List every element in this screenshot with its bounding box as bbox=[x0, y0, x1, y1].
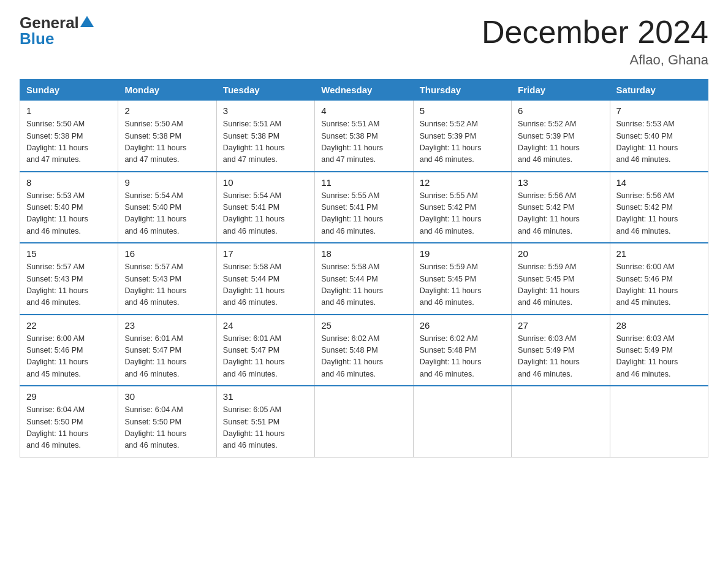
table-row: 10 Sunrise: 5:54 AM Sunset: 5:41 PM Dayl… bbox=[216, 172, 314, 243]
day-number: 25 bbox=[321, 320, 406, 331]
day-number: 7 bbox=[616, 105, 702, 116]
day-info: Sunrise: 5:57 AM Sunset: 5:43 PM Dayligh… bbox=[26, 261, 112, 309]
day-number: 15 bbox=[26, 248, 112, 259]
day-number: 4 bbox=[321, 105, 406, 116]
day-info: Sunrise: 6:01 AM Sunset: 5:47 PM Dayligh… bbox=[223, 333, 308, 381]
table-row: 14 Sunrise: 5:56 AM Sunset: 5:42 PM Dayl… bbox=[610, 172, 708, 243]
day-info: Sunrise: 5:55 AM Sunset: 5:42 PM Dayligh… bbox=[420, 190, 505, 238]
table-row: 24 Sunrise: 6:01 AM Sunset: 5:47 PM Dayl… bbox=[216, 315, 314, 386]
day-number: 20 bbox=[518, 248, 603, 259]
day-number: 26 bbox=[420, 320, 505, 331]
col-sunday: Sunday bbox=[20, 80, 118, 101]
col-saturday: Saturday bbox=[610, 80, 708, 101]
col-thursday: Thursday bbox=[413, 80, 511, 101]
day-number: 22 bbox=[26, 320, 112, 331]
day-number: 2 bbox=[124, 105, 210, 116]
table-row: 20 Sunrise: 5:59 AM Sunset: 5:45 PM Dayl… bbox=[512, 243, 610, 315]
day-number: 18 bbox=[321, 248, 406, 259]
table-row: 31 Sunrise: 6:05 AM Sunset: 5:51 PM Dayl… bbox=[216, 386, 314, 457]
day-info: Sunrise: 6:00 AM Sunset: 5:46 PM Dayligh… bbox=[26, 333, 112, 381]
table-row bbox=[315, 386, 413, 457]
day-info: Sunrise: 5:56 AM Sunset: 5:42 PM Dayligh… bbox=[616, 190, 702, 238]
day-number: 28 bbox=[616, 320, 702, 331]
page-header: General Blue December 2024 Aflao, Ghana bbox=[20, 15, 708, 68]
day-number: 17 bbox=[223, 248, 308, 259]
day-number: 23 bbox=[124, 320, 210, 331]
title-block: December 2024 Aflao, Ghana bbox=[482, 15, 708, 68]
day-number: 9 bbox=[124, 177, 210, 188]
day-info: Sunrise: 5:53 AM Sunset: 5:40 PM Dayligh… bbox=[616, 118, 702, 166]
day-info: Sunrise: 5:59 AM Sunset: 5:45 PM Dayligh… bbox=[518, 261, 603, 309]
day-info: Sunrise: 5:50 AM Sunset: 5:38 PM Dayligh… bbox=[26, 118, 112, 166]
day-info: Sunrise: 5:52 AM Sunset: 5:39 PM Dayligh… bbox=[518, 118, 603, 166]
day-number: 5 bbox=[420, 105, 505, 116]
day-info: Sunrise: 6:04 AM Sunset: 5:50 PM Dayligh… bbox=[26, 404, 112, 452]
calendar-table: Sunday Monday Tuesday Wednesday Thursday… bbox=[20, 79, 708, 458]
day-number: 12 bbox=[420, 177, 505, 188]
table-row: 19 Sunrise: 5:59 AM Sunset: 5:45 PM Dayl… bbox=[413, 243, 511, 315]
table-row: 23 Sunrise: 6:01 AM Sunset: 5:47 PM Dayl… bbox=[118, 315, 216, 386]
table-row: 8 Sunrise: 5:53 AM Sunset: 5:40 PM Dayli… bbox=[20, 172, 118, 243]
col-monday: Monday bbox=[118, 80, 216, 101]
day-number: 10 bbox=[223, 177, 308, 188]
day-info: Sunrise: 5:51 AM Sunset: 5:38 PM Dayligh… bbox=[321, 118, 406, 166]
logo-icon bbox=[80, 15, 94, 28]
table-row: 28 Sunrise: 6:03 AM Sunset: 5:49 PM Dayl… bbox=[610, 315, 708, 386]
table-row: 30 Sunrise: 6:04 AM Sunset: 5:50 PM Dayl… bbox=[118, 386, 216, 457]
day-number: 3 bbox=[223, 105, 308, 116]
table-row: 6 Sunrise: 5:52 AM Sunset: 5:39 PM Dayli… bbox=[512, 101, 610, 172]
table-row: 26 Sunrise: 6:02 AM Sunset: 5:48 PM Dayl… bbox=[413, 315, 511, 386]
table-row: 9 Sunrise: 5:54 AM Sunset: 5:40 PM Dayli… bbox=[118, 172, 216, 243]
day-number: 19 bbox=[420, 248, 505, 259]
col-wednesday: Wednesday bbox=[315, 80, 413, 101]
col-tuesday: Tuesday bbox=[216, 80, 314, 101]
day-number: 31 bbox=[223, 391, 308, 402]
day-number: 8 bbox=[26, 177, 112, 188]
day-info: Sunrise: 5:54 AM Sunset: 5:41 PM Dayligh… bbox=[223, 190, 308, 238]
table-row: 2 Sunrise: 5:50 AM Sunset: 5:38 PM Dayli… bbox=[118, 101, 216, 172]
day-info: Sunrise: 6:05 AM Sunset: 5:51 PM Dayligh… bbox=[223, 404, 308, 452]
table-row: 16 Sunrise: 5:57 AM Sunset: 5:43 PM Dayl… bbox=[118, 243, 216, 315]
day-info: Sunrise: 5:57 AM Sunset: 5:43 PM Dayligh… bbox=[124, 261, 210, 309]
logo-blue: Blue bbox=[20, 31, 54, 47]
day-info: Sunrise: 6:03 AM Sunset: 5:49 PM Dayligh… bbox=[616, 333, 702, 381]
day-info: Sunrise: 6:01 AM Sunset: 5:47 PM Dayligh… bbox=[124, 333, 210, 381]
logo-general: General bbox=[20, 15, 79, 31]
day-number: 11 bbox=[321, 177, 406, 188]
table-row: 5 Sunrise: 5:52 AM Sunset: 5:39 PM Dayli… bbox=[413, 101, 511, 172]
day-info: Sunrise: 5:58 AM Sunset: 5:44 PM Dayligh… bbox=[321, 261, 406, 309]
table-row: 13 Sunrise: 5:56 AM Sunset: 5:42 PM Dayl… bbox=[512, 172, 610, 243]
day-number: 14 bbox=[616, 177, 702, 188]
svg-marker-0 bbox=[80, 16, 94, 27]
table-row: 4 Sunrise: 5:51 AM Sunset: 5:38 PM Dayli… bbox=[315, 101, 413, 172]
calendar-row: 22 Sunrise: 6:00 AM Sunset: 5:46 PM Dayl… bbox=[20, 315, 708, 386]
table-row: 29 Sunrise: 6:04 AM Sunset: 5:50 PM Dayl… bbox=[20, 386, 118, 457]
day-number: 16 bbox=[124, 248, 210, 259]
day-number: 6 bbox=[518, 105, 603, 116]
day-number: 21 bbox=[616, 248, 702, 259]
table-row: 3 Sunrise: 5:51 AM Sunset: 5:38 PM Dayli… bbox=[216, 101, 314, 172]
table-row bbox=[512, 386, 610, 457]
day-info: Sunrise: 5:50 AM Sunset: 5:38 PM Dayligh… bbox=[124, 118, 210, 166]
table-row: 17 Sunrise: 5:58 AM Sunset: 5:44 PM Dayl… bbox=[216, 243, 314, 315]
table-row: 11 Sunrise: 5:55 AM Sunset: 5:41 PM Dayl… bbox=[315, 172, 413, 243]
day-info: Sunrise: 6:02 AM Sunset: 5:48 PM Dayligh… bbox=[321, 333, 406, 381]
table-row bbox=[610, 386, 708, 457]
calendar-row: 29 Sunrise: 6:04 AM Sunset: 5:50 PM Dayl… bbox=[20, 386, 708, 457]
table-row: 15 Sunrise: 5:57 AM Sunset: 5:43 PM Dayl… bbox=[20, 243, 118, 315]
day-info: Sunrise: 5:52 AM Sunset: 5:39 PM Dayligh… bbox=[420, 118, 505, 166]
day-info: Sunrise: 5:51 AM Sunset: 5:38 PM Dayligh… bbox=[223, 118, 308, 166]
day-number: 29 bbox=[26, 391, 112, 402]
day-info: Sunrise: 5:56 AM Sunset: 5:42 PM Dayligh… bbox=[518, 190, 603, 238]
calendar-row: 15 Sunrise: 5:57 AM Sunset: 5:43 PM Dayl… bbox=[20, 243, 708, 315]
table-row bbox=[413, 386, 511, 457]
day-info: Sunrise: 6:03 AM Sunset: 5:49 PM Dayligh… bbox=[518, 333, 603, 381]
day-info: Sunrise: 6:02 AM Sunset: 5:48 PM Dayligh… bbox=[420, 333, 505, 381]
day-info: Sunrise: 5:53 AM Sunset: 5:40 PM Dayligh… bbox=[26, 190, 112, 238]
day-number: 30 bbox=[124, 391, 210, 402]
table-row: 27 Sunrise: 6:03 AM Sunset: 5:49 PM Dayl… bbox=[512, 315, 610, 386]
month-title: December 2024 bbox=[482, 15, 708, 50]
calendar-row: 8 Sunrise: 5:53 AM Sunset: 5:40 PM Dayli… bbox=[20, 172, 708, 243]
table-row: 1 Sunrise: 5:50 AM Sunset: 5:38 PM Dayli… bbox=[20, 101, 118, 172]
day-info: Sunrise: 5:58 AM Sunset: 5:44 PM Dayligh… bbox=[223, 261, 308, 309]
